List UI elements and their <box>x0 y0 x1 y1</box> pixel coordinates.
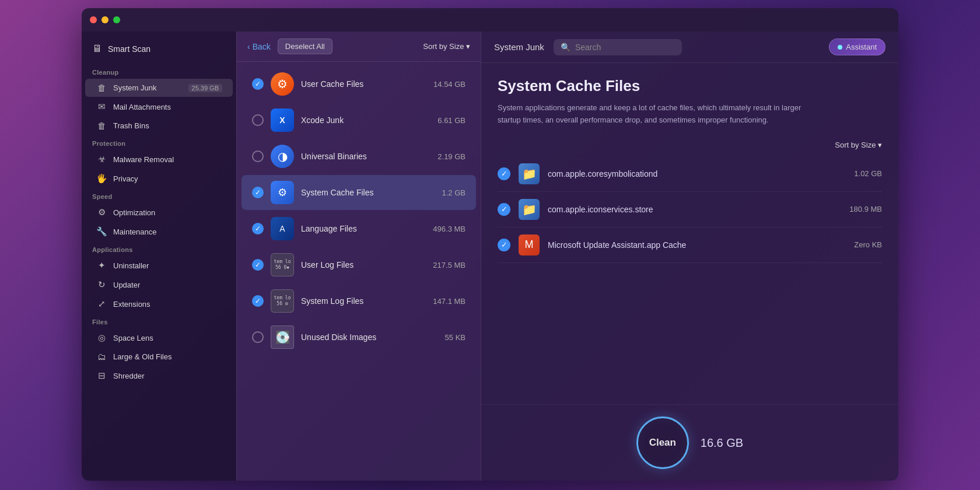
file-icon: X <box>271 108 294 132</box>
clean-label: Clean <box>649 437 676 449</box>
detail-title: System Cache Files <box>498 77 882 95</box>
cache-checkbox[interactable]: ✓ <box>498 203 510 216</box>
sidebar-item-malware-removal[interactable]: ☣ Malware Removal <box>85 150 233 169</box>
file-name: Universal Binaries <box>301 152 367 161</box>
sidebar-section-applications: Applications <box>82 242 236 256</box>
uninstaller-icon: ✦ <box>96 260 107 271</box>
list-item[interactable]: ✓ ⚙ User Cache Files 14.54 GB <box>242 66 476 102</box>
sort-label: Sort by Size ▾ <box>423 42 470 51</box>
close-button[interactable] <box>90 16 97 23</box>
system-junk-badge: 25.39 GB <box>188 84 222 92</box>
sidebar-item-maintenance[interactable]: 🔧 Maintenance <box>85 222 233 241</box>
cache-item[interactable]: ✓ 📁 com.apple.iconservices.store 180.9 M… <box>498 192 882 228</box>
maximize-button[interactable] <box>113 16 120 23</box>
sidebar-item-smart-scan[interactable]: 🖥 Smart Scan <box>82 38 236 60</box>
sidebar-smart-scan-label: Smart Scan <box>108 44 150 54</box>
cache-checkbox[interactable]: ✓ <box>498 239 510 251</box>
file-size: 147.1 MB <box>433 297 466 306</box>
sidebar-item-shredder[interactable]: ⊟ Shredder <box>85 366 233 385</box>
list-item[interactable]: ✓ tem lo56 0▪ User Log Files 217.5 MB <box>242 247 476 282</box>
minimize-button[interactable] <box>102 16 108 23</box>
file-checkbox[interactable] <box>252 114 264 126</box>
file-icon: ⚙ <box>271 181 294 204</box>
trash-bins-label: Trash Bins <box>113 121 222 130</box>
maintenance-label: Maintenance <box>113 228 222 236</box>
list-item[interactable]: ◑ Universal Binaries 2.19 GB <box>242 139 476 174</box>
file-checkbox[interactable] <box>252 150 264 162</box>
file-checkbox[interactable]: ✓ <box>252 259 264 271</box>
smart-scan-icon: 🖥 <box>92 43 102 55</box>
sidebar-item-extensions[interactable]: ⤢ Extensions <box>85 295 233 313</box>
list-item[interactable]: ✓ ⚙ System Cache Files 1.2 GB <box>242 175 476 210</box>
shredder-label: Shredder <box>113 372 222 380</box>
shredder-icon: ⊟ <box>96 370 107 381</box>
cache-file-size: Zero KB <box>854 240 882 249</box>
sidebar-section-cleanup: Cleanup <box>82 64 236 78</box>
cache-item[interactable]: ✓ M Microsoft Update Assistant.app Cache… <box>498 228 882 263</box>
file-name: Unused Disk Images <box>301 332 376 342</box>
file-size: 55 KB <box>445 333 466 342</box>
uninstaller-label: Uninstaller <box>113 261 222 270</box>
right-content: System Cache Files System applications g… <box>481 63 898 404</box>
sort-by-size-button[interactable]: Sort by Size ▾ <box>423 42 470 51</box>
search-bar[interactable]: 🔍 <box>554 39 682 55</box>
assistant-button[interactable]: Assistant <box>829 38 886 55</box>
clean-size: 16.6 GB <box>701 436 743 450</box>
sidebar-item-privacy[interactable]: 🖐 Privacy <box>85 169 233 188</box>
detail-sort-label: Sort by Size ▾ <box>835 141 882 149</box>
malware-icon: ☣ <box>96 154 107 164</box>
list-item[interactable]: X Xcode Junk 6.61 GB <box>242 103 476 138</box>
middle-panel: ‹ Back Deselect All Sort by Size ▾ ✓ ⚙ U… <box>236 32 481 481</box>
sidebar-item-space-lens[interactable]: ◎ Space Lens <box>85 328 233 347</box>
sidebar-section-protection: Protection <box>82 135 236 149</box>
file-checkbox[interactable]: ✓ <box>252 295 264 307</box>
file-checkbox[interactable]: ✓ <box>252 187 264 198</box>
file-checkbox[interactable]: ✓ <box>252 223 264 235</box>
list-item[interactable]: 💽 Unused Disk Images 55 KB <box>242 320 476 355</box>
file-name: Language Files <box>301 224 357 233</box>
system-junk-icon: 🗑 <box>96 83 107 93</box>
space-lens-icon: ◎ <box>96 332 107 343</box>
list-item[interactable]: ✓ A Language Files 496.3 MB <box>242 211 476 246</box>
sidebar-item-uninstaller[interactable]: ✦ Uninstaller <box>85 256 233 275</box>
right-header-title: System Junk <box>494 42 544 52</box>
cache-item[interactable]: ✓ 📁 com.apple.coresymbolicationd 1.02 GB <box>498 156 882 192</box>
file-icon: tem lo56 0▪ <box>271 253 294 276</box>
sidebar-item-optimization[interactable]: ⚙ Optimization <box>85 203 233 222</box>
file-checkbox[interactable] <box>252 331 264 343</box>
extensions-icon: ⤢ <box>96 299 107 309</box>
mail-icon: ✉ <box>96 102 107 112</box>
cache-checkbox[interactable]: ✓ <box>498 167 510 180</box>
list-item[interactable]: ✓ tem lo56 ⚙ System Log Files 147.1 MB <box>242 284 476 318</box>
sidebar-item-mail-attachments[interactable]: ✉ Mail Attachments <box>85 97 233 116</box>
clean-button[interactable]: Clean <box>636 416 689 469</box>
sidebar-item-trash-bins[interactable]: 🗑 Trash Bins <box>85 117 233 135</box>
malware-removal-label: Malware Removal <box>113 155 222 164</box>
sidebar-item-large-old-files[interactable]: 🗂 Large & Old Files <box>85 348 233 366</box>
sidebar-item-system-junk[interactable]: 🗑 System Junk 25.39 GB <box>85 79 233 97</box>
system-junk-label: System Junk <box>113 83 183 92</box>
maintenance-icon: 🔧 <box>96 226 107 237</box>
sidebar-item-updater[interactable]: ↻ Updater <box>85 275 233 294</box>
deselect-all-label: Deselect All <box>285 42 325 51</box>
clean-footer: Clean 16.6 GB <box>481 404 898 481</box>
detail-description: System applications generate and keep a … <box>498 102 824 127</box>
search-input[interactable] <box>575 43 668 52</box>
file-name: System Log Files <box>301 296 363 306</box>
back-button[interactable]: ‹ Back <box>247 42 271 51</box>
file-name: Xcode Junk <box>301 116 344 125</box>
file-checkbox[interactable]: ✓ <box>252 78 264 90</box>
trash-icon: 🗑 <box>96 121 107 131</box>
file-name: User Log Files <box>301 260 354 270</box>
file-icon: tem lo56 ⚙ <box>271 289 294 313</box>
cache-file-name: com.apple.coresymbolicationd <box>548 169 657 178</box>
file-icon: ⚙ <box>271 72 294 96</box>
file-icon: ◑ <box>271 145 294 168</box>
deselect-all-button[interactable]: Deselect All <box>278 38 332 54</box>
detail-sort-button[interactable]: Sort by Size ▾ <box>835 141 882 149</box>
file-size: 496.3 MB <box>433 225 466 233</box>
file-list: ✓ ⚙ User Cache Files 14.54 GB X Xcode Ju… <box>237 62 481 481</box>
ms-icon: M <box>519 235 540 256</box>
file-size: 14.54 GB <box>433 80 466 89</box>
cache-file-size: 1.02 GB <box>854 169 882 178</box>
